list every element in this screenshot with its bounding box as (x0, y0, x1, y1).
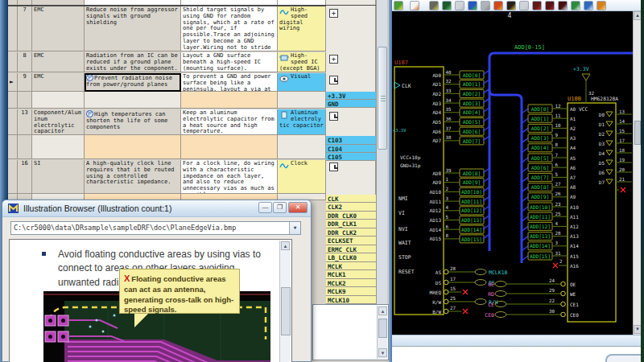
tool-palette-icon[interactable] (468, 1, 477, 10)
schematic-vscrollbar[interactable]: ▲ ▼ (633, 11, 641, 335)
table-scrollbar[interactable] (376, 0, 387, 304)
tool-run-icon[interactable] (394, 1, 403, 10)
tool-zoom-icon[interactable] (584, 1, 593, 10)
clock-net-subitem[interactable]: DDR_CLK2 (326, 228, 376, 237)
countermeasure-cell: Layout a GND surface beneath a high-spee… (181, 52, 278, 72)
tool-undo-icon[interactable] (410, 1, 419, 10)
collapse-corner-icon[interactable] (329, 112, 338, 121)
scroll-grip (381, 96, 386, 97)
browser-scrollbar-thumb[interactable] (281, 287, 291, 335)
collapse-corner-icon[interactable] (329, 162, 338, 171)
tool-net-icon[interactable] (506, 1, 516, 10)
net-label: ADD[2] (531, 125, 549, 131)
bullet-icon (42, 252, 46, 256)
pin-name: D2 (599, 131, 605, 137)
tool-layers-icon[interactable] (442, 1, 452, 10)
scroll-down-icon[interactable]: ▼ (378, 348, 387, 357)
scroll-up-icon[interactable]: ▲ (281, 241, 290, 250)
component-ref: U107 (394, 60, 408, 66)
row-selector[interactable] (8, 109, 18, 135)
clock-net-subitem[interactable]: ERMC_CLK (326, 245, 376, 254)
tag-cell[interactable]: High-speed IC (except BGA) (278, 52, 326, 72)
browser-scrollbar[interactable]: ▲ (279, 241, 291, 362)
clock-net-subitem[interactable]: DDR_CLK1 (326, 220, 376, 228)
clock-net-subitem[interactable]: DDR_CLK0 (326, 212, 376, 220)
tool-erc1-icon[interactable] (532, 1, 542, 10)
illustration-path: C:\cr5000\data\DRsample\sampleDRF\doc\Pl… (14, 224, 236, 232)
pin-name: DS (436, 280, 442, 286)
chevron-down-icon[interactable]: ▼ (289, 222, 300, 234)
tag-cell[interactable]: High-speed digital wiring (278, 6, 326, 51)
clock-net-subitem[interactable]: MCLK (326, 262, 376, 271)
pin-name: AD11 (430, 199, 442, 204)
tag-cell (278, 135, 326, 159)
clock-net-subitem[interactable]: CLK (326, 195, 376, 204)
pin-name: AD14 (430, 227, 442, 232)
row-selector[interactable] (8, 160, 18, 194)
schematic-canvas[interactable]: 4 ADD[0-15]U107CLK+3.3VVCC+10pGND+31pNMI… (392, 11, 633, 335)
address-bus-branch (489, 90, 522, 263)
clock-net-subitem[interactable]: LB_LCLK0 (326, 253, 376, 262)
minimize-button[interactable]: — (258, 202, 272, 213)
titlebar[interactable]: Illustration Browser (Illustration count… (2, 200, 311, 217)
tool-pads-icon[interactable] (493, 1, 503, 10)
description-cell[interactable]: A high-quality clock line requires that … (85, 160, 181, 194)
net-label: ADD[10] (461, 189, 482, 195)
schematic-hscrollbar[interactable] (392, 335, 641, 346)
net-subitem[interactable]: C103 (326, 136, 376, 145)
tool-erc2-icon[interactable] (545, 1, 555, 10)
clock-net-subitem[interactable]: ECLKSET (326, 237, 376, 245)
pin-name: A5 (570, 155, 576, 161)
net-label: ADD[14] (530, 243, 551, 249)
clk-input-icon (394, 82, 400, 88)
pin-name: A0 (570, 106, 576, 112)
pin-name: A12 (570, 224, 579, 229)
row-selector[interactable] (8, 52, 18, 72)
tool-grid-icon[interactable] (429, 1, 439, 10)
description-cell[interactable]: Radiation from an IC can be reduced if a… (85, 52, 181, 72)
bus-label: ADD[0-15] (514, 44, 545, 51)
schematic-vscrollbar-thumb[interactable] (634, 121, 641, 145)
pin-number: 21 (619, 177, 625, 182)
clock-net-subitem[interactable]: CLK2 (326, 203, 376, 212)
net-subitem[interactable]: +3.3V (326, 92, 376, 100)
tool-erc3-icon[interactable] (558, 1, 568, 10)
net-subitem[interactable]: C104 (326, 145, 376, 154)
tag-cell[interactable]: Visual (278, 73, 326, 92)
row-selector[interactable] (8, 6, 18, 51)
tristate-icon (606, 150, 613, 155)
pin-number: 24 (549, 278, 555, 283)
tool-disabled1-icon[interactable] (455, 1, 464, 10)
collapse-corner-icon[interactable] (329, 76, 338, 84)
clock-net-subitem[interactable]: MCLK2 (326, 279, 376, 288)
category-cell: EMC (32, 6, 85, 51)
expand-plus-icon[interactable]: + (329, 55, 338, 64)
panel-scrollbar[interactable]: ▲ ▼ (377, 306, 387, 359)
tool-folder-icon[interactable] (597, 1, 606, 10)
panel-scrollbar-thumb[interactable] (378, 319, 387, 338)
description-cell[interactable]: PHigh temperatures can shorten the life … (85, 109, 181, 135)
pin-name: AD8 (432, 171, 441, 176)
clock-net-subitem[interactable]: MCLK10 (326, 296, 376, 305)
row-selector[interactable]: ► (8, 73, 18, 92)
description-cell[interactable]: PPrevent radiation noise from power/grou… (85, 73, 181, 92)
expand-plus-icon[interactable]: + (329, 9, 338, 18)
tool-check-icon[interactable] (571, 1, 580, 10)
clock-net-subitem[interactable]: MCLK9 (326, 287, 376, 296)
net-subitem[interactable]: GND (326, 100, 376, 108)
tool-block-icon[interactable] (481, 1, 490, 10)
close-button[interactable]: ✕ (288, 202, 308, 213)
tag-cell[interactable]: Aluminum electrolytic capacitor (278, 109, 326, 135)
description-cell[interactable]: Reduce noise from aggressor signals with… (85, 6, 181, 51)
ic-icon (279, 54, 289, 62)
table-scrollbar-thumb[interactable] (378, 47, 387, 150)
clock-net-subitem[interactable]: MCLK1 (326, 270, 376, 279)
net-subitem[interactable]: C105 (326, 153, 376, 161)
scroll-up-icon[interactable]: ▲ (378, 306, 387, 315)
pin-name: A8 (570, 184, 576, 190)
restore-button[interactable]: ❐ (273, 202, 287, 213)
comment-panel: ▲ ▼ (312, 304, 389, 360)
illustration-path-combobox[interactable]: C:\cr5000\data\DRsample\sampleDRF\doc\Pl… (10, 221, 301, 235)
tool-disabled2-icon[interactable] (519, 1, 529, 10)
tag-cell[interactable]: Clock (278, 160, 326, 194)
